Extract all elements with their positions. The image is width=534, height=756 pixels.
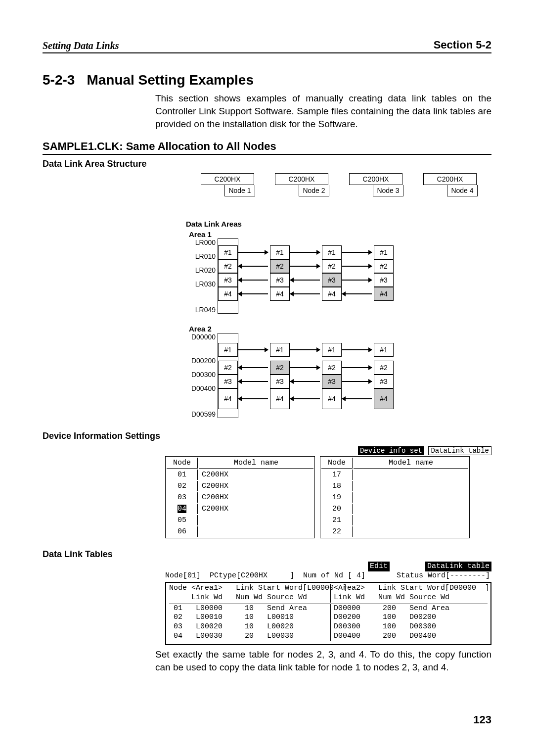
- addr: D00400: [191, 384, 216, 392]
- cell: #4: [218, 287, 238, 301]
- page-number: 123: [473, 713, 491, 726]
- dev-model: [354, 526, 468, 537]
- cell: #3: [374, 375, 394, 388]
- cell: #1: [374, 343, 394, 357]
- cell: #4: [270, 287, 290, 301]
- arrow-right-icon: [290, 367, 320, 368]
- node-model: C200HX: [201, 173, 254, 185]
- arrow-right-icon: [290, 266, 320, 267]
- area2-label: Area 2: [189, 325, 491, 333]
- cell: #1: [218, 245, 238, 259]
- addr: LR030: [195, 280, 216, 288]
- dev-node: 05: [167, 515, 198, 525]
- arrow-right-icon: [238, 252, 268, 253]
- cell: #2: [322, 259, 342, 273]
- dev-model: [354, 515, 468, 525]
- header-right: Section 5-2: [434, 39, 491, 51]
- dev-model: [354, 470, 468, 480]
- addr: D00599: [191, 410, 216, 418]
- arrow-right-icon: [238, 349, 268, 350]
- closing-paragraph: Set exactly the same table for nodes 2, …: [155, 648, 491, 674]
- data-link-tables-heading: Data Link Tables: [43, 549, 491, 560]
- dev-node: 20: [321, 504, 353, 514]
- cell: #4: [218, 388, 238, 409]
- dev-model: [354, 504, 468, 514]
- cell: #2: [374, 361, 394, 375]
- header-left: Setting Data Links: [43, 40, 119, 51]
- arrow-left-icon: [290, 293, 320, 294]
- addr: LR000: [195, 238, 216, 246]
- arrow-left-icon: [290, 280, 320, 281]
- dlt-header-line: Node[01] PCtype[C200HX ] Num of Nd [ 4] …: [165, 571, 491, 581]
- dlt-hdr-b2: Link Wd Num Wd Source Wd: [334, 593, 449, 603]
- dlt-hdr-b: <Area2> Link Start Word[D00000 ]: [334, 584, 490, 593]
- dev-node: 03: [167, 492, 198, 503]
- dev-model: C200HX: [199, 504, 313, 514]
- node-label: Node 1: [224, 185, 255, 196]
- section-number: 5-2-3: [43, 72, 75, 88]
- area1-label: Area 1: [189, 230, 491, 238]
- addr: LR010: [195, 252, 216, 260]
- dlt-table: Node <Area1> Link Start Word[L00000 ] <A…: [165, 582, 491, 645]
- cell: #2: [322, 361, 342, 375]
- addr: LR049: [195, 306, 216, 314]
- device-info-heading: Device Information Settings: [43, 431, 491, 441]
- addr: D00200: [191, 357, 216, 365]
- dev-node: 22: [321, 526, 353, 537]
- node-model: C200HX: [423, 173, 477, 185]
- dev-model: [354, 492, 468, 503]
- arrow-right-icon: [290, 252, 320, 253]
- cell: #3: [322, 273, 342, 287]
- dlt-row-a: 03 L00020 10 L00020: [169, 622, 327, 632]
- arrow-right-icon: [290, 349, 320, 350]
- cell: #3: [218, 375, 238, 388]
- dev-node: 18: [321, 481, 353, 491]
- cell: #3: [218, 273, 238, 287]
- arrow-left-icon: [290, 398, 320, 399]
- arrow-left-icon: [290, 381, 320, 382]
- node-diagram: C200HX Node 1 C200HX Node 2 C200HX Node …: [191, 173, 491, 208]
- tab-device-info: Device info set: [358, 446, 424, 455]
- cell: #1: [218, 343, 238, 357]
- cell: #2: [218, 361, 238, 375]
- node-model: C200HX: [349, 173, 402, 185]
- arrow-left-icon: [342, 398, 372, 399]
- device-table-right: NodeModel name 171819202122: [320, 456, 470, 538]
- dev-model: [199, 515, 313, 525]
- cell: #2: [374, 259, 394, 273]
- cell: #2: [270, 361, 290, 375]
- col-node: Node: [167, 458, 198, 469]
- arrow-right-icon: [342, 381, 372, 382]
- dlt-row-a: 04 L00030 20 L00030: [169, 632, 327, 641]
- section-title: Manual Setting Examples: [87, 72, 254, 88]
- arrow-left-icon: [238, 367, 268, 368]
- cell: #1: [270, 245, 290, 259]
- arrow-left-icon: [238, 280, 268, 281]
- cell: #4: [374, 287, 394, 301]
- node-model: C200HX: [275, 173, 328, 185]
- cell: #4: [270, 388, 290, 409]
- cell: #2: [218, 259, 238, 273]
- cell: #2: [270, 259, 290, 273]
- cell: #1: [374, 245, 394, 259]
- sample-heading: SAMPLE1.CLK: Same Allocation to All Node…: [43, 140, 491, 155]
- dev-model: C200HX: [199, 470, 313, 480]
- arrow-left-icon: [342, 293, 372, 294]
- arrow-left-icon: [238, 381, 268, 382]
- arrow-left-icon: [238, 293, 268, 294]
- node-label: Node 2: [299, 185, 329, 196]
- dlt-hdr-a2: Link Wd Num Wd Source Wd: [169, 593, 327, 603]
- intro-paragraph: This section shows examples of manually …: [155, 92, 491, 131]
- dev-node: 21: [321, 515, 353, 525]
- dev-model: [354, 481, 468, 491]
- dlt-row-b: D00300 100 D00300: [334, 622, 436, 632]
- arrow-right-icon: [342, 349, 372, 350]
- dlt-row-a: 02 L00010 10 L00010: [169, 613, 327, 622]
- structure-heading: Data Link Area Structure: [43, 159, 491, 169]
- cell: #1: [270, 343, 290, 357]
- col-model: Model name: [199, 458, 313, 469]
- cell: #3: [270, 273, 290, 287]
- dlt-hdr-a: Node <Area1> Link Start Word[L00000 ]: [169, 584, 327, 593]
- dev-node: 02: [167, 481, 198, 491]
- addr: D00300: [191, 371, 216, 378]
